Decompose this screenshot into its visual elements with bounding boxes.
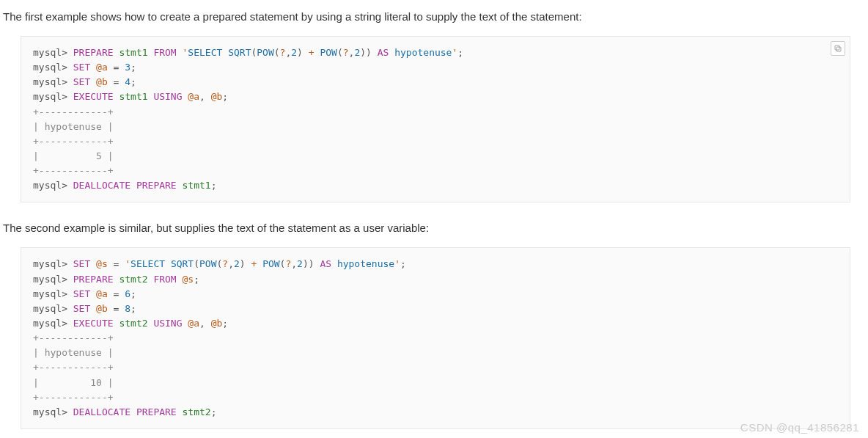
paragraph-intro-2: The second example is similar, but suppl… <box>3 220 868 236</box>
code-content-1: mysql> PREPARE stmt1 FROM 'SELECT SQRT(P… <box>33 45 838 193</box>
copy-icon <box>834 44 842 53</box>
svg-rect-0 <box>836 47 841 51</box>
code-block-2: mysql> SET @s = 'SELECT SQRT(POW(?,2) + … <box>21 247 850 429</box>
copy-button-1[interactable] <box>831 41 845 56</box>
paragraph-intro-1: The first example shows how to create a … <box>3 9 868 24</box>
svg-rect-1 <box>835 45 839 50</box>
code-content-2: mysql> SET @s = 'SELECT SQRT(POW(?,2) + … <box>33 257 838 420</box>
code-block-1: mysql> PREPARE stmt1 FROM 'SELECT SQRT(P… <box>21 36 850 202</box>
